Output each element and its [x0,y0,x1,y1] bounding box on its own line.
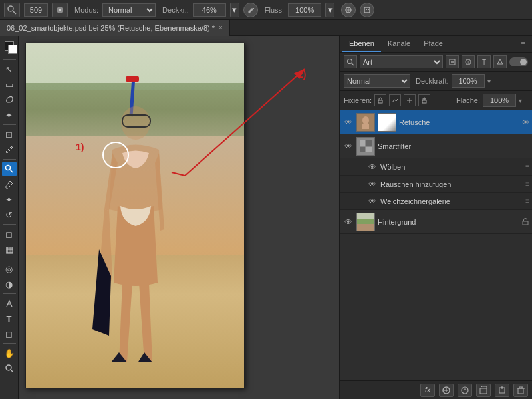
document-tab[interactable]: 06_02_smartobjekte.psd bei 25% (Retusche… [0,20,230,36]
filter-adj-icon[interactable]: T [462,55,475,68]
svg-point-12 [6,365,11,370]
layer-weichzeichner-visibility[interactable]: 👁 [366,196,378,207]
layer-retusche-visibility[interactable]: 👁 [342,116,354,128]
svg-point-47 [462,387,468,394]
lock-position-btn[interactable] [404,94,416,106]
crop-tool[interactable]: ⊡ [2,127,17,142]
pen-tool[interactable] [2,296,17,311]
svg-point-10 [5,166,10,170]
document-canvas[interactable]: 1) [25,43,245,388]
filter-type-icon[interactable]: T [477,55,491,68]
blur-tool[interactable]: ◎ [2,261,17,276]
tab-close-btn[interactable]: × [219,24,223,31]
tab-layers[interactable]: Ebenen [342,36,381,52]
opacity-input[interactable]: 46% [193,3,226,17]
opacity-dropdown-btn[interactable]: ▾ [230,3,239,17]
weichzeichner-options-icon[interactable]: ≡ [525,198,529,205]
tool-separator-2 [3,124,16,125]
brush-tool[interactable] [2,177,17,192]
filter-shape-icon[interactable] [493,55,507,68]
svg-rect-34 [362,124,369,129]
filter-toggle[interactable] [509,57,528,66]
flow-input[interactable]: 100% [288,3,321,17]
layer-hintergrund-thumbnail [356,213,375,231]
left-toolbox: ↖ ▭ ✦ ⊡ ✦ ↺ ◻ ▦ ◎ ◑ T ◻ ✋ [0,36,19,399]
svg-point-16 [121,106,150,140]
brush-hardness-icon[interactable] [52,3,68,17]
content-aware-icon[interactable] [360,3,374,17]
new-group-btn[interactable] [476,384,491,397]
layer-smartfilter[interactable]: 👁 Smartfilter [340,134,532,158]
gradient-tool[interactable]: ▦ [2,242,17,257]
layer-retusche-thumbnail [356,113,375,132]
layer-wolben-visibility[interactable]: 👁 [366,161,378,173]
brush-size-input[interactable]: 509 [24,3,48,17]
top-toolbar: 509 Modus: Normal Deckkr.: 46% ▾ Fluss: … [0,0,532,20]
shape-tool[interactable]: ◻ [2,327,17,341]
move-tool[interactable]: ↖ [2,62,17,76]
wolben-options-icon[interactable]: ≡ [525,163,529,170]
new-adjustment-btn[interactable] [458,384,472,397]
svg-rect-15 [126,76,139,82]
document-tab-title: 06_02_smartobjekte.psd bei 25% (Retusche… [7,24,215,32]
lock-label: Fixieren: [344,96,372,104]
color-fg-tool[interactable] [2,39,17,53]
filter-pixel-icon[interactable] [446,55,459,68]
layer-retusche-right-eye[interactable]: 👁 [522,118,529,126]
area-dropdown-arrow[interactable]: ▾ [519,97,528,104]
flow-dropdown-btn[interactable]: ▾ [325,3,334,17]
zoom-tool[interactable] [2,361,17,376]
layer-wolben-name: Wölben [380,163,525,171]
tool-separator-6 [3,293,16,294]
sample-all-layers-icon[interactable] [341,3,356,17]
airbrush-toggle[interactable] [243,3,258,17]
blend-mode-select[interactable]: Normal [344,74,410,88]
eye-icon-4: 👁 [368,180,376,189]
lock-all-btn[interactable] [418,94,430,106]
hand-tool[interactable]: ✋ [2,346,17,360]
panel-tabs: Ebenen Kanäle Pfade ≡ [340,36,532,53]
lock-image-btn[interactable] [389,94,401,106]
history-brush-tool[interactable]: ↺ [2,207,17,222]
add-mask-btn[interactable] [439,384,454,397]
panel-collapse-btn[interactable]: ≡ [517,36,529,52]
layer-weichzeichner[interactable]: 👁 Weichzeichnergalerie ≡ [340,193,532,210]
layer-rauschen[interactable]: 👁 Rauschen hinzufügen ≡ [340,176,532,193]
eyedropper-tool[interactable] [2,142,17,157]
svg-rect-38 [360,147,365,152]
annotation-circle [102,142,129,168]
layer-rauschen-visibility[interactable]: 👁 [366,178,378,190]
layer-hintergrund-lock [521,217,529,227]
delete-layer-btn[interactable] [513,384,528,397]
marquee-tool[interactable]: ▭ [2,77,17,92]
area-value-input[interactable]: 100% [483,94,516,107]
svg-rect-48 [480,388,487,394]
fx-btn[interactable]: fx [420,384,435,397]
clone-stamp-tool[interactable]: ✦ [2,192,17,207]
filter-type-select[interactable]: Art [360,55,443,68]
dodge-tool[interactable]: ◑ [2,277,17,291]
rauschen-options-icon[interactable]: ≡ [525,180,529,188]
type-tool[interactable]: T [2,311,17,326]
layer-hintergrund[interactable]: 👁 Hintergrund [340,210,532,234]
tab-channels[interactable]: Kanäle [381,36,417,52]
svg-rect-31 [424,98,426,100]
layer-retusche[interactable]: 👁 Retusche 👁 [340,110,532,134]
new-layer-btn[interactable] [495,384,509,397]
layer-hintergrund-visibility[interactable]: 👁 [342,216,354,228]
eraser-tool[interactable]: ◻ [2,227,17,241]
healing-brush-tool[interactable] [2,162,17,176]
lasso-tool[interactable] [2,92,17,107]
mode-select[interactable]: Normal [102,3,156,17]
layer-hintergrund-name: Hintergrund [378,218,521,226]
lock-transparent-btn[interactable] [374,94,386,106]
opacity-dropdown-arrow[interactable]: ▾ [487,78,497,85]
svg-rect-52 [518,388,523,394]
layer-smartfilter-visibility[interactable]: 👁 [342,140,354,152]
layer-wolben[interactable]: 👁 Wölben ≡ [340,158,532,176]
canvas-area[interactable]: 1) 2) [19,36,339,399]
tab-paths[interactable]: Pfade [417,36,450,52]
brush-tool-icon[interactable] [4,3,20,17]
layer-opacity-input[interactable]: 100% [452,74,485,88]
magic-wand-tool[interactable]: ✦ [2,108,17,122]
